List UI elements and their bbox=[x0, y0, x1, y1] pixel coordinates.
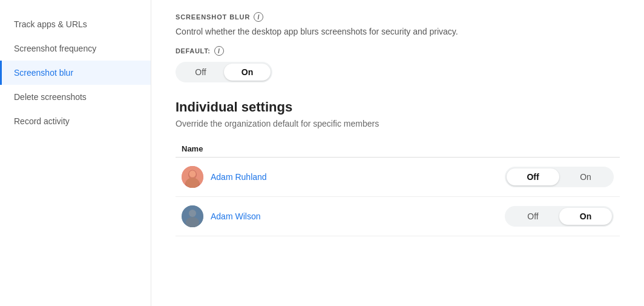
default-info-icon[interactable]: i bbox=[214, 46, 224, 56]
individual-settings-title: Individual settings bbox=[176, 99, 620, 115]
avatar-adam-ruhland bbox=[182, 166, 203, 188]
column-name: Name bbox=[176, 141, 373, 158]
sidebar-item-track-apps[interactable]: Track apps & URLs bbox=[0, 12, 151, 36]
sidebar-item-screenshot-frequency[interactable]: Screenshot frequency bbox=[0, 36, 151, 61]
table-row: Adam Wilson Off On bbox=[176, 197, 620, 236]
user-name-adam-ruhland: Adam Ruhland bbox=[211, 172, 267, 182]
toggle-on-adam-ruhland[interactable]: On bbox=[559, 168, 612, 185]
section-title: SCREENSHOT BLUR i bbox=[176, 12, 620, 22]
sidebar: Track apps & URLs Screenshot frequency S… bbox=[0, 0, 151, 306]
default-label: DEFAULT: i bbox=[176, 46, 620, 56]
toggle-off-adam-wilson[interactable]: Off bbox=[507, 208, 559, 225]
section-description: Control whether the desktop app blurs sc… bbox=[176, 27, 620, 36]
user-cell-adam-wilson: Adam Wilson bbox=[182, 205, 367, 227]
toggle-off-adam-ruhland[interactable]: Off bbox=[507, 168, 559, 185]
toggle-on-adam-wilson[interactable]: On bbox=[559, 208, 612, 225]
individual-settings-table: Name bbox=[176, 141, 620, 236]
main-content: SCREENSHOT BLUR i Control whether the de… bbox=[151, 0, 644, 306]
svg-point-4 bbox=[189, 171, 196, 178]
toggle-on-option[interactable]: On bbox=[224, 64, 271, 81]
table-row: Adam Ruhland Off On bbox=[176, 158, 620, 197]
info-icon[interactable]: i bbox=[254, 12, 263, 22]
toggle-adam-ruhland[interactable]: Off On bbox=[505, 167, 614, 187]
default-toggle[interactable]: Off On bbox=[176, 62, 272, 82]
sidebar-item-delete-screenshots[interactable]: Delete screenshots bbox=[0, 85, 151, 109]
sidebar-item-record-activity[interactable]: Record activity bbox=[0, 109, 151, 133]
avatar-adam-wilson bbox=[182, 205, 203, 227]
individual-settings-description: Override the organization default for sp… bbox=[176, 119, 620, 128]
section-title-text: SCREENSHOT BLUR bbox=[176, 13, 250, 21]
toggle-adam-wilson[interactable]: Off On bbox=[505, 206, 614, 227]
sidebar-item-screenshot-blur[interactable]: Screenshot blur bbox=[0, 61, 151, 85]
toggle-off-option[interactable]: Off bbox=[177, 64, 224, 81]
user-cell-adam-ruhland: Adam Ruhland bbox=[182, 166, 367, 188]
user-name-adam-wilson: Adam Wilson bbox=[211, 211, 260, 221]
svg-point-7 bbox=[189, 210, 196, 217]
